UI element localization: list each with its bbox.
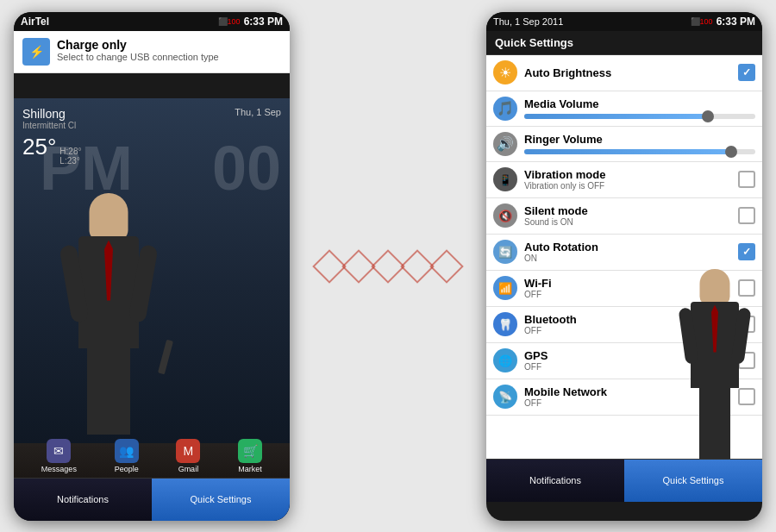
media-volume-thumb[interactable]: [702, 110, 714, 122]
vibration-mode-icon: 📱: [493, 167, 517, 191]
notifications-label-left: Notifications: [57, 494, 109, 504]
media-volume-item[interactable]: 🎵 Media Volume: [486, 91, 762, 127]
auto-brightness-item[interactable]: ☀ Auto Brightness: [486, 55, 762, 91]
left-status-bar: AirTel ⬛100 6:33 PM: [14, 12, 290, 31]
bluetooth-checkbox[interactable]: [738, 316, 755, 333]
weather-date: Thu, 1 Sep: [235, 107, 281, 117]
auto-rotation-checkbox[interactable]: [738, 243, 755, 260]
auto-brightness-checkbox[interactable]: [738, 64, 755, 81]
right-bottom-nav: Notifications Quick Settings: [486, 459, 762, 502]
auto-brightness-title: Auto Brightness: [524, 66, 731, 79]
mobile-network-checkbox[interactable]: [738, 388, 755, 405]
bluetooth-item[interactable]: 🦷 Bluetooth OFF: [486, 307, 762, 343]
notif-title: Charge only: [57, 38, 219, 52]
gps-item[interactable]: 🌐 GPS OFF: [486, 343, 762, 379]
notifications-btn-right[interactable]: Notifications: [486, 459, 624, 502]
ringer-volume-row: 🔊 Ringer Volume: [493, 132, 755, 156]
right-status-bar: Thu, 1 Sep 2011 ⬛100 6:33 PM: [486, 12, 762, 31]
silent-mode-checkbox[interactable]: [738, 207, 755, 224]
quick-settings-label-right: Quick Settings: [663, 475, 724, 485]
auto-rotation-subtitle: ON: [524, 253, 731, 263]
media-volume-icon: 🎵: [493, 97, 517, 121]
notif-subtitle: Select to change USB connection type: [57, 52, 219, 62]
right-status-icons: ⬛100 6:33 PM: [691, 16, 755, 28]
diamonds-row: [317, 254, 459, 279]
status-icons: ⬛100 6:33 PM: [218, 16, 283, 28]
dock-people[interactable]: 👥 People: [115, 439, 139, 473]
wifi-icon: 📶: [493, 276, 517, 300]
notif-text: Charge only Select to change USB connect…: [57, 38, 219, 62]
battery-icon: ⬛100: [218, 17, 241, 26]
auto-rotation-title: Auto Rotation: [524, 241, 731, 253]
ringer-volume-fill: [524, 149, 732, 154]
left-phone: AirTel ⬛100 6:33 PM ⚡ Charge only Select…: [14, 12, 290, 521]
bluetooth-text: Bluetooth OFF: [524, 313, 731, 335]
market-icon: 🛒: [238, 439, 262, 463]
right-phone-content: Thu, 1 Sep 2011 ⬛100 6:33 PM Quick Setti…: [486, 12, 762, 502]
notifications-btn-left[interactable]: Notifications: [14, 478, 152, 521]
ringer-volume-area: Ringer Volume: [524, 133, 755, 154]
settings-list: ☀ Auto Brightness 🎵 Media Volume: [486, 55, 762, 416]
auto-rotation-text: Auto Rotation ON: [524, 241, 731, 263]
ringer-volume-thumb[interactable]: [725, 146, 737, 158]
notif-icon: ⚡: [22, 38, 50, 66]
silent-mode-icon: 🔇: [493, 203, 517, 228]
dock-messages-label: Messages: [41, 465, 77, 473]
quick-settings-btn-right[interactable]: Quick Settings: [624, 459, 762, 502]
right-phone: Thu, 1 Sep 2011 ⬛100 6:33 PM Quick Setti…: [486, 12, 762, 521]
diamond-5: [429, 249, 464, 284]
people-icon: 👥: [115, 439, 139, 463]
gps-checkbox[interactable]: [738, 352, 755, 369]
gps-subtitle: OFF: [524, 362, 731, 372]
auto-rotation-item[interactable]: 🔄 Auto Rotation ON: [486, 235, 762, 271]
mobile-network-item[interactable]: 📡 Mobile Network OFF: [486, 379, 762, 416]
right-date: Thu, 1 Sep 2011: [493, 16, 563, 27]
bg-time2: 00: [212, 133, 281, 203]
quick-settings-title: Quick Settings: [495, 36, 573, 49]
ringer-volume-slider[interactable]: [524, 149, 755, 154]
gps-text: GPS OFF: [524, 349, 731, 372]
auto-brightness-text: Auto Brightness: [524, 66, 731, 79]
ringer-volume-title: Ringer Volume: [524, 133, 755, 146]
dock-people-label: People: [115, 465, 139, 473]
wifi-checkbox[interactable]: [738, 279, 755, 297]
hitman-figure-left: [31, 185, 186, 435]
gps-title: GPS: [524, 349, 731, 362]
messages-icon: ✉: [47, 439, 71, 463]
right-time: 6:33 PM: [717, 16, 755, 28]
bluetooth-title: Bluetooth: [524, 313, 731, 326]
auto-rotation-icon: 🔄: [493, 240, 517, 264]
dock-messages[interactable]: ✉ Messages: [41, 439, 77, 473]
wifi-text: Wi-Fi OFF: [524, 277, 731, 299]
wifi-subtitle: OFF: [524, 290, 731, 299]
dock-gmail-label: Gmail: [178, 465, 199, 473]
gps-icon: 🌐: [493, 348, 517, 372]
media-volume-slider[interactable]: [524, 114, 755, 119]
phone-background: Shillong Intermittent Cl 25° H:28° L:23°…: [14, 98, 290, 478]
dock-market-label: Market: [238, 465, 262, 473]
vibration-mode-title: Vibration mode: [524, 168, 731, 181]
right-battery: ⬛100: [691, 17, 713, 26]
quick-settings-btn-left[interactable]: Quick Settings: [152, 478, 290, 521]
vibration-mode-subtitle: Vibration only is OFF: [524, 181, 731, 191]
bluetooth-subtitle: OFF: [524, 326, 731, 335]
notifications-label-right: Notifications: [529, 475, 581, 485]
dock-market[interactable]: 🛒 Market: [238, 439, 262, 473]
settings-container: ☀ Auto Brightness 🎵 Media Volume: [486, 55, 762, 459]
city-name: Shillong: [22, 107, 81, 121]
vibration-mode-item[interactable]: 📱 Vibration mode Vibration only is OFF: [486, 162, 762, 198]
vibration-mode-checkbox[interactable]: [738, 171, 755, 188]
silent-mode-text: Silent mode Sound is ON: [524, 204, 731, 227]
ringer-volume-item[interactable]: 🔊 Ringer Volume: [486, 127, 762, 162]
wifi-item[interactable]: 📶 Wi-Fi OFF: [486, 271, 762, 307]
ringer-volume-icon: 🔊: [493, 132, 517, 156]
dock-gmail[interactable]: M Gmail: [176, 439, 200, 473]
silent-mode-item[interactable]: 🔇 Silent mode Sound is ON: [486, 198, 762, 235]
notification-bar[interactable]: ⚡ Charge only Select to change USB conne…: [14, 31, 290, 73]
quick-settings-header: Quick Settings: [486, 31, 762, 55]
media-volume-fill: [524, 114, 709, 119]
carrier-name: AirTel: [21, 16, 49, 28]
weather-condition: Intermittent Cl: [22, 121, 81, 130]
gmail-icon: M: [176, 439, 200, 463]
mobile-network-text: Mobile Network OFF: [524, 385, 731, 408]
